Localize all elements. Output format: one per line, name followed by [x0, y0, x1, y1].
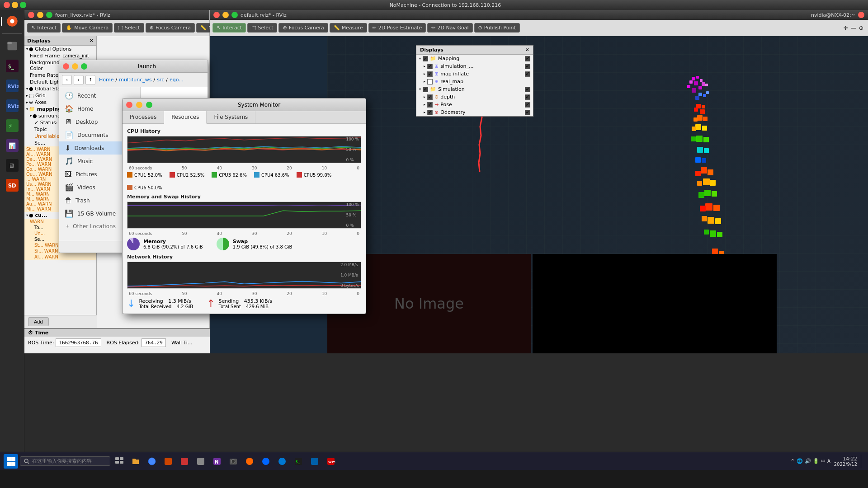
rviz2-view-controls[interactable]: ✛ — ⊙: [842, 25, 865, 31]
rviz1-move-btn[interactable]: ✋ Move Camera: [62, 23, 113, 33]
taskbar-taskview[interactable]: [112, 454, 127, 469]
rviz2-min[interactable]: [222, 12, 229, 18]
svg-rect-34: [702, 105, 705, 108]
breadcrumb-home[interactable]: Home: [99, 77, 113, 83]
tray-arrow[interactable]: ^: [791, 458, 795, 464]
svg-rect-37: [697, 115, 703, 121]
taskbar-terminal[interactable]: $_: [291, 454, 306, 469]
dock-icon-rviz1[interactable]: RViz: [3, 76, 22, 95]
focus-icon: ⊕: [150, 25, 154, 31]
taskbar-browser2[interactable]: [242, 454, 257, 469]
cursor-icon: ↖: [31, 25, 35, 31]
dock-icon-sd[interactable]: SD: [3, 176, 22, 195]
taskbar-search-box[interactable]: 在这里输入你要搜索的内容: [20, 456, 110, 466]
tab-resources[interactable]: Resources: [164, 111, 207, 124]
plus-icon[interactable]: ✛: [844, 25, 848, 31]
reset-icon[interactable]: ⊙: [859, 25, 863, 31]
dock-icon-terminal[interactable]: $_: [3, 56, 22, 75]
rviz1-min[interactable]: [37, 12, 43, 18]
minus-icon[interactable]: —: [851, 25, 856, 31]
fm-back-btn[interactable]: ‹: [62, 75, 72, 85]
nomachine-titlebar: NoMachine - Connection to 192.168.110.21…: [0, 0, 868, 10]
taskbar-files[interactable]: [128, 454, 143, 469]
taskbar-wps[interactable]: WPS: [324, 454, 338, 469]
maximize-button[interactable]: [20, 2, 26, 8]
dock-icon-ubuntu[interactable]: [3, 12, 22, 31]
down-arrow-icon: ↓: [127, 298, 135, 309]
svg-rect-27: [692, 88, 696, 93]
rviz2-nav-btn[interactable]: ✏ 2D Nav Goal: [427, 23, 472, 33]
taskbar-browser1[interactable]: [145, 454, 159, 469]
rviz2-interact-btn[interactable]: ↖ Interact: [212, 23, 246, 33]
taskbar-camera[interactable]: [226, 454, 241, 469]
dock-icon-app1[interactable]: ⚡: [3, 116, 22, 135]
sysmon-max[interactable]: [146, 102, 152, 108]
rviz2-pose-btn[interactable]: ✏ 2D Pose Estimate: [368, 23, 426, 33]
taskbar-clock[interactable]: 14:22 2022/9/12: [834, 456, 857, 467]
tab-processes[interactable]: Processes: [123, 111, 164, 123]
taskbar-edge[interactable]: [275, 454, 289, 469]
show-desktop-btn[interactable]: [861, 455, 864, 468]
dock-icon-app2[interactable]: 📊: [3, 136, 22, 155]
fm-min[interactable]: [72, 63, 78, 70]
rviz1-interact-btn[interactable]: ↖ Interact: [27, 23, 61, 33]
disp-odometry[interactable]: ▸ ✓ ⊛ Odometry ✓: [416, 108, 533, 116]
dock-icon-rviz2[interactable]: RViz: [3, 96, 22, 115]
window-controls[interactable]: [4, 2, 26, 8]
cpu-chart-labels: 100 % 50 % 0 %: [346, 136, 359, 163]
fm-close[interactable]: [63, 63, 69, 70]
disp-real-map[interactable]: ▸ ⊞ real_map: [416, 78, 533, 85]
select-icon: ⬚: [118, 25, 123, 31]
disp-map-inflate[interactable]: ▸ ✓ ⊞ map inflate ✓: [416, 70, 533, 78]
taskbar-onenote[interactable]: N: [210, 454, 224, 469]
disp-simulation[interactable]: ▸ ✓ ⊞ simulation_... ✓: [416, 62, 533, 70]
battery-tray-icon: 🔋: [813, 458, 819, 464]
disp-close[interactable]: ✕: [525, 47, 529, 53]
cpu4-color: [254, 172, 259, 178]
fm-forward-btn[interactable]: ›: [74, 75, 84, 85]
svg-rect-67: [704, 230, 709, 235]
rviz1-focus-btn[interactable]: ⊕ Focus Camera: [146, 23, 195, 33]
sysmon-min[interactable]: [136, 102, 142, 108]
disp-pose[interactable]: ▸ ✓ → Pose ✓: [416, 101, 533, 108]
start-button[interactable]: [4, 454, 18, 469]
tree-global-options[interactable]: ▾● Global Options: [24, 46, 96, 52]
taskbar-app2[interactable]: [177, 454, 192, 469]
documents-icon: 📄: [65, 131, 74, 139]
breadcrumb-ws[interactable]: multifunc_ws: [119, 77, 151, 83]
disp-mapping[interactable]: ▾ ✓ 📁 Mapping ✓: [416, 55, 533, 62]
breadcrumb-ego[interactable]: ego...: [170, 77, 184, 83]
disp-simulation-group[interactable]: ▾ ✓ 📁 Simulation ✓: [416, 85, 533, 93]
rviz2-publish-btn[interactable]: ⊙ Publish Point: [474, 23, 520, 33]
svg-rect-47: [704, 148, 709, 153]
disp-depth[interactable]: ▸ ✓ ⊙ depth ✓: [416, 93, 533, 101]
fm-max[interactable]: [81, 63, 87, 70]
breadcrumb-src[interactable]: src: [157, 77, 164, 83]
rviz1-select-btn[interactable]: ⬚ Select: [114, 23, 144, 33]
add-button[interactable]: Add: [28, 317, 49, 326]
rviz2-measure-btn[interactable]: 📏 Measure: [330, 23, 367, 33]
rviz2-x[interactable]: [858, 12, 864, 18]
rviz1-close[interactable]: [28, 12, 34, 18]
taskbar-browser4[interactable]: [307, 454, 322, 469]
displays-close[interactable]: ✕: [89, 38, 94, 44]
dock-icon-files[interactable]: [3, 37, 22, 56]
sysmon-close[interactable]: [126, 102, 132, 108]
tree-fixed-frame[interactable]: Fixed Frame camera_init: [24, 52, 96, 59]
mapping-check[interactable]: ✓: [423, 56, 428, 61]
rviz2-select-btn[interactable]: ⬚ Select: [247, 23, 277, 33]
rviz1-max[interactable]: [46, 12, 52, 18]
fm-up-btn[interactable]: ↑: [85, 75, 95, 85]
close-button[interactable]: [4, 2, 10, 8]
dock-icon-app3[interactable]: 🖥: [3, 156, 22, 175]
rviz2-max[interactable]: [231, 12, 238, 18]
rviz2-close[interactable]: [213, 12, 220, 18]
tab-filesystems[interactable]: File Systems: [207, 111, 255, 123]
svg-rect-103: [311, 458, 318, 465]
taskbar-app3[interactable]: [193, 454, 208, 469]
taskbar-browser3[interactable]: [259, 454, 273, 469]
network-x-labels: 60 seconds 50 40 30 20 10 0: [127, 291, 361, 296]
rviz2-focus-btn[interactable]: ⊕ Focus Camera: [278, 23, 328, 33]
minimize-button[interactable]: [12, 2, 18, 8]
taskbar-app1[interactable]: [161, 454, 175, 469]
